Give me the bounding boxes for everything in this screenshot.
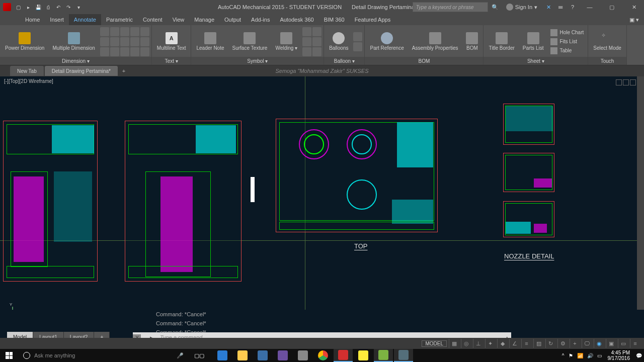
tray-lang-icon[interactable]: ▭: [597, 353, 602, 358]
tab-home[interactable]: Home: [20, 14, 45, 25]
tab-autodesk360[interactable]: Autodesk 360: [275, 14, 318, 25]
surface-texture-button[interactable]: Surface Texture: [229, 31, 271, 52]
dim-tool[interactable]: [140, 27, 149, 36]
status-snap-icon[interactable]: ◎: [461, 339, 471, 348]
tab-content[interactable]: Content: [138, 14, 168, 25]
viewport-label[interactable]: [-][Top][2D Wireframe]: [4, 78, 53, 84]
dim-tool[interactable]: [110, 27, 119, 36]
sym-tool[interactable]: [302, 27, 311, 36]
status-otrack-icon[interactable]: ∠: [509, 339, 519, 348]
welding-button[interactable]: Welding ▾: [272, 31, 300, 52]
fits-list-button[interactable]: Fits List: [548, 38, 586, 46]
sym-tool[interactable]: [312, 37, 321, 46]
balloons-button[interactable]: Balloons: [326, 31, 351, 52]
sym-tool[interactable]: [312, 47, 321, 56]
tab-extra-icon[interactable]: ▣ ▾: [629, 14, 639, 25]
cortana-search[interactable]: Ask me anything: [18, 352, 80, 359]
title-border-button[interactable]: Title Border: [486, 31, 517, 52]
leader-note-button[interactable]: Leader Note: [193, 31, 227, 52]
status-grid-icon[interactable]: ▦: [449, 339, 459, 348]
taskbar-store[interactable]: [253, 349, 272, 362]
sym-tool[interactable]: [312, 27, 321, 36]
balloon-tool[interactable]: [353, 32, 362, 41]
taskbar-autocad[interactable]: [334, 349, 353, 362]
status-polar-icon[interactable]: ✦: [485, 339, 495, 348]
start-button[interactable]: [0, 349, 18, 362]
tab-parametric[interactable]: Parametric: [101, 14, 138, 25]
balloon-tool[interactable]: [353, 42, 362, 51]
exchange-icon[interactable]: ✕: [543, 2, 553, 12]
dim-tool[interactable]: [140, 47, 149, 56]
taskbar-app1[interactable]: [273, 349, 292, 362]
tab-bim360[interactable]: BIM 360: [319, 14, 350, 25]
vp-close-icon[interactable]: [630, 79, 636, 85]
panel-title-sheet[interactable]: Sheet ▾: [484, 57, 588, 65]
tray-clock[interactable]: 4:45 PM 9/17/2016: [606, 350, 632, 361]
bom-button[interactable]: BOM: [463, 31, 481, 52]
app-icon[interactable]: [3, 3, 11, 11]
scrollbar-vertical[interactable]: [637, 76, 644, 331]
tab-addins[interactable]: Add-ins: [246, 14, 275, 25]
tray-volume-icon[interactable]: 🔊: [587, 353, 593, 358]
dim-tool[interactable]: [100, 27, 109, 36]
taskbar-edge[interactable]: [213, 349, 232, 362]
power-dimension-button[interactable]: Power Dimension: [2, 31, 47, 52]
multiple-dimension-button[interactable]: Multiple Dimension: [49, 31, 98, 52]
dim-tool[interactable]: [100, 47, 109, 56]
taskbar-app4[interactable]: [394, 349, 413, 362]
tray-notifications-icon[interactable]: 💬: [636, 353, 642, 358]
qat-open-icon[interactable]: ▸: [24, 3, 32, 11]
select-mode-button[interactable]: ✧Select Mode: [590, 31, 624, 52]
status-workspace-icon[interactable]: +: [570, 339, 580, 348]
tab-insert[interactable]: Insert: [45, 14, 69, 25]
vp-minimize-icon[interactable]: [616, 79, 622, 85]
qat-print-icon[interactable]: ⎙: [44, 3, 52, 11]
status-hardware-icon[interactable]: ◉: [594, 339, 604, 348]
tray-up-icon[interactable]: ^: [562, 353, 565, 358]
taskbar-mic-icon[interactable]: 🎤: [171, 349, 190, 362]
dim-tool[interactable]: [110, 47, 119, 56]
doc-tab-new[interactable]: New Tab: [10, 66, 44, 76]
assembly-properties-button[interactable]: Assembly Properties: [409, 31, 461, 52]
panel-title-bom[interactable]: BOM: [365, 57, 483, 65]
qat-save-icon[interactable]: 💾: [34, 3, 42, 11]
parts-list-button[interactable]: Parts List: [520, 31, 547, 52]
taskbar-taskview-icon[interactable]: ▢▢: [190, 349, 209, 362]
dim-tool[interactable]: [100, 37, 109, 46]
minimize-button[interactable]: —: [581, 2, 599, 12]
status-clean-icon[interactable]: ▭: [618, 339, 628, 348]
dim-tool[interactable]: [130, 37, 139, 46]
status-model[interactable]: MODEL: [422, 340, 447, 347]
status-cycling-icon[interactable]: ↻: [545, 339, 555, 348]
dim-tool[interactable]: [130, 27, 139, 36]
qat-undo-icon[interactable]: ↶: [54, 3, 62, 11]
doc-tab-current[interactable]: Detail Drawing Pertamina*: [45, 66, 118, 76]
status-lineweight-icon[interactable]: ≡: [521, 339, 531, 348]
search-input[interactable]: Type a keyword or phrase: [413, 2, 488, 12]
dim-tool[interactable]: [120, 27, 129, 36]
help-icon[interactable]: ?: [568, 2, 578, 12]
table-button[interactable]: Table: [548, 47, 586, 55]
sym-tool[interactable]: [302, 37, 311, 46]
part-reference-button[interactable]: Part Reference: [367, 31, 407, 52]
taskbar-app3[interactable]: [374, 349, 393, 362]
taskbar-explorer[interactable]: [233, 349, 252, 362]
tray-network-icon[interactable]: 📶: [577, 353, 583, 358]
app-store-icon[interactable]: ⩸: [555, 2, 566, 12]
close-button[interactable]: ✕: [625, 2, 643, 12]
qat-new-icon[interactable]: ▢: [14, 3, 22, 11]
status-monitor-icon[interactable]: 🖵: [582, 339, 592, 348]
dim-tool[interactable]: [120, 47, 129, 56]
dim-tool[interactable]: [130, 47, 139, 56]
sym-tool[interactable]: [302, 47, 311, 56]
tab-view[interactable]: View: [168, 14, 190, 25]
vp-maximize-icon[interactable]: [623, 79, 629, 85]
panel-title-text[interactable]: Text ▾: [152, 57, 191, 65]
panel-title-balloon[interactable]: Balloon ▾: [324, 57, 364, 65]
dim-tool[interactable]: [140, 37, 149, 46]
sign-in-button[interactable]: Sign In ▾: [502, 4, 541, 11]
status-isolate-icon[interactable]: ▣: [606, 339, 616, 348]
doc-tab-add-button[interactable]: +: [119, 68, 129, 74]
hole-chart-button[interactable]: Hole Chart: [548, 29, 586, 37]
drawing-canvas[interactable]: [-][Top][2D Wireframe] TOP: [0, 76, 644, 331]
